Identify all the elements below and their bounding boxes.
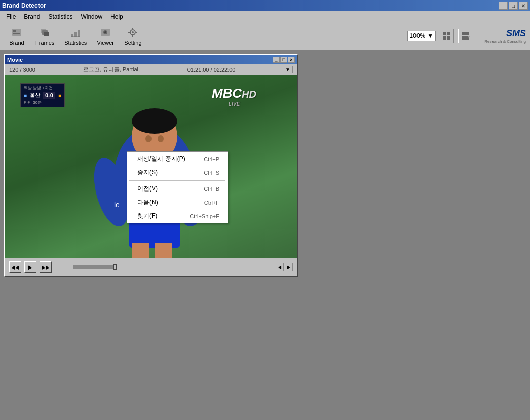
menu-brand[interactable]: Brand [20,12,44,21]
scroll-right-button[interactable]: ▶ [285,263,293,271]
main-area: Movie _ □ × 120 / 3000 로그꼬, 유니폴, Partial… [0,50,530,420]
ctx-play-pause-shortcut: Ctrl+P [204,156,219,162]
app-title: Brand Detector [2,2,46,9]
movie-restore-button[interactable]: □ [280,57,287,63]
view-grid-button[interactable] [440,29,454,43]
toolbar-viewer-button[interactable]: Viewer [93,24,118,48]
statistics-icon [69,26,82,39]
toolbar-statistics-button[interactable]: Statistics [60,24,91,48]
ctx-find-shortcut: Ctrl+Ship+F [190,213,219,219]
menu-file[interactable]: File [2,12,20,21]
ctx-prev-shortcut: Ctrl+B [204,186,219,192]
svg-point-29 [145,135,152,142]
ctx-stop[interactable]: 중지(S) Ctrl+S [127,166,228,179]
ctx-separator-1 [129,180,225,181]
ctx-next[interactable]: 다음(N) Ctrl+F [127,196,228,209]
view-layout-button[interactable] [458,29,472,43]
toolbar-separator [150,26,150,46]
close-button[interactable]: ✕ [519,2,528,10]
toolbar-statistics-label: Statistics [64,40,87,46]
svg-point-14 [132,31,134,33]
toolbar-frames-button[interactable]: Frames [31,24,58,48]
brand-icon [11,26,23,39]
svg-rect-2 [13,33,20,34]
movie-title: Movie [7,57,23,63]
sms-logo-sub: Research & Consulting [484,39,526,44]
frames-icon [39,26,51,39]
svg-point-12 [104,31,106,33]
movie-time-info: 01:21:00 / 02:22:00 [187,67,236,73]
svg-rect-17 [128,32,130,33]
svg-rect-6 [71,34,73,37]
toolbar-frames-label: Frames [35,40,54,46]
viewer-icon [99,26,111,39]
svg-rect-22 [447,36,450,40]
svg-rect-20 [447,32,450,35]
ctx-find[interactable]: 찾기(F) Ctrl+Ship+F [127,209,228,223]
svg-rect-34 [132,243,149,258]
zoom-dropdown[interactable]: 100% ▼ [407,31,436,41]
video-controls: ◀◀ ▶ ▶▶ ◀ ▶ [5,258,297,276]
movie-close-button[interactable]: × [288,57,295,63]
movie-meta-info: 로그꼬, 유니폴, Partial, [83,66,140,73]
svg-rect-24 [462,36,469,40]
progress-thumb [113,264,117,270]
progress-bar[interactable] [55,265,116,269]
svg-rect-35 [155,243,172,258]
movie-title-bar: Movie _ □ × [5,55,297,64]
menu-bar: File Brand Statistics Window Help [0,11,530,22]
svg-text:le: le [114,201,120,209]
toolbar-brand-label: Brand [9,40,24,46]
ctx-next-label: 다음(N) [137,198,194,207]
ctx-play-pause[interactable]: 재생/일시 중지(P) Ctrl+P [127,152,228,166]
minimize-button[interactable]: − [499,2,508,10]
svg-rect-19 [443,32,446,35]
menu-window[interactable]: Window [77,12,106,21]
movie-info-bar: 120 / 3000 로그꼬, 유니폴, Partial, 01:21:00 /… [5,64,297,75]
svg-rect-15 [132,28,133,29]
movie-time-button[interactable]: ▼ [283,66,293,73]
svg-rect-8 [78,30,80,37]
svg-rect-23 [462,32,469,35]
restore-button[interactable]: □ [509,2,518,10]
ctx-find-label: 찾기(F) [137,212,179,220]
toolbar-setting-label: Setting [124,40,141,46]
ctx-prev-label: 이전(V) [137,184,194,193]
movie-scroll: ◀ ▶ [276,263,293,271]
sms-logo-text: SMS [484,28,526,39]
play-button[interactable]: ▶ [24,261,36,273]
prev-button[interactable]: ◀◀ [9,261,21,273]
movie-minimize-button[interactable]: _ [273,57,280,63]
next-button[interactable]: ▶▶ [40,261,52,273]
ctx-stop-shortcut: Ctrl+S [204,170,219,176]
ctx-play-pause-label: 재생/일시 중지(P) [137,155,194,163]
svg-rect-21 [443,36,446,40]
svg-rect-7 [74,32,77,37]
svg-rect-1 [13,30,16,32]
svg-point-30 [158,135,164,142]
toolbar-setting-button[interactable]: Setting [120,24,145,48]
svg-rect-16 [132,35,133,37]
progress-fill [55,265,73,269]
svg-rect-18 [136,32,137,33]
toolbar-viewer-label: Viewer [97,40,114,46]
toolbar-brand-button[interactable]: Brand [4,24,29,48]
menu-help[interactable]: Help [106,12,127,21]
toolbar: Brand Frames Statistics [0,22,530,50]
ctx-next-shortcut: Ctrl+F [204,200,219,206]
title-bar: Brand Detector − □ ✕ [0,0,530,11]
ctx-prev[interactable]: 이전(V) Ctrl+B [127,182,228,196]
context-menu: 재생/일시 중지(P) Ctrl+P 중지(S) Ctrl+S 이전(V) Ct… [127,151,228,223]
zoom-arrow: ▼ [427,32,433,40]
toolbar-right: 100% ▼ SMS Research & Consulting [407,28,526,44]
zoom-value: 100% [410,32,426,40]
movie-frame-info: 120 / 3000 [9,67,35,73]
movie-title-buttons: _ □ × [273,57,295,63]
menu-statistics[interactable]: Statistics [44,12,77,21]
title-bar-buttons: − □ ✕ [499,2,528,10]
svg-point-28 [132,108,177,134]
setting-icon [127,26,139,39]
sms-logo-area: SMS Research & Consulting [484,28,526,44]
ctx-stop-label: 중지(S) [137,168,194,177]
scroll-left-button[interactable]: ◀ [276,263,284,271]
